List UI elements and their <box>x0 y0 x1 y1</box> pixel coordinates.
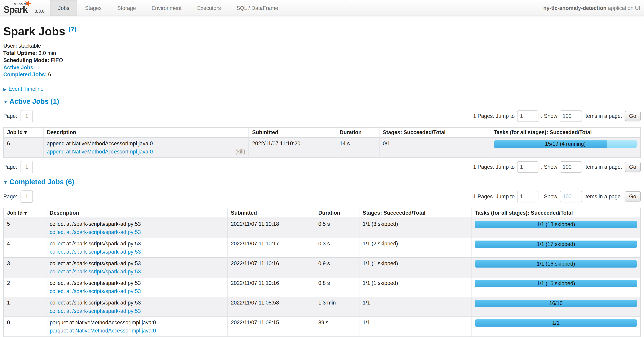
job-description-text: parquet at NativeMethodAccessorImpl.java… <box>50 319 224 325</box>
job-description-text: collect at /spark-scripts/spark-ad.py:53 <box>50 241 224 247</box>
jump-to-page-input[interactable] <box>517 110 538 122</box>
column-header[interactable]: Stages: Succeeded/Total <box>359 208 471 218</box>
job-description-cell: parquet at NativeMethodAccessorImpl.java… <box>46 317 227 336</box>
active-jobs-section-header[interactable]: ▼Active Jobs (1) <box>3 98 641 106</box>
job-duration-cell: 1.3 min <box>315 297 359 317</box>
job-stages-cell: 1/1 (3 skipped) <box>359 218 471 238</box>
progress-label: 16/16 <box>475 300 637 307</box>
page-title: Spark Jobs (?) <box>3 22 641 38</box>
job-row: 3collect at /spark-scripts/spark-ad.py:5… <box>4 258 640 277</box>
task-progress-bar: 1/1 (17 skipped) <box>475 241 637 248</box>
column-header[interactable]: Duration <box>336 127 379 137</box>
jump-to-page-input[interactable] <box>517 191 538 202</box>
job-submitted-cell: 2022/11/07 11:10:18 <box>227 218 315 238</box>
progress-label: 1/1 (18 skipped) <box>475 221 637 228</box>
job-stages-cell: 1/1 (1 skipped) <box>359 277 471 297</box>
summary-uptime-value: 3.0 min <box>38 50 56 56</box>
job-row: 2collect at /spark-scripts/spark-ad.py:5… <box>4 277 640 297</box>
pagination-row: Page: 1 Pages. Jump to . Show items in a… <box>3 161 641 173</box>
task-progress-bar: 16/16 <box>475 300 637 307</box>
tab-jobs[interactable]: Jobs <box>50 0 77 16</box>
help-link[interactable]: (?) <box>68 25 76 32</box>
go-button[interactable]: Go <box>624 111 641 121</box>
progress-label: 1/1 (16 skipped) <box>475 280 637 288</box>
completed-jobs-section-header[interactable]: ▼Completed Jobs (6) <box>3 178 641 186</box>
go-button[interactable]: Go <box>624 162 641 172</box>
event-timeline-label: Event Timeline <box>8 86 44 92</box>
job-submitted-cell: 2022/11/07 11:08:58 <box>227 297 315 317</box>
progress-label: 1/1 <box>475 319 637 327</box>
task-progress-bar: 1/1 <box>475 319 637 327</box>
job-row: 6append at NativeMethodAccessorImpl.java… <box>4 137 640 157</box>
job-duration-cell: 39 s <box>315 317 359 336</box>
job-submitted-cell: 2022/11/07 11:10:16 <box>227 258 315 277</box>
summary-completed-jobs-value: 6 <box>48 72 51 78</box>
show-text: . Show <box>541 113 558 119</box>
column-header[interactable]: Tasks (for all stages): Succeeded/Total <box>471 208 640 218</box>
main-content: Spark Jobs (?) User: stackable Total Upt… <box>0 22 644 337</box>
pages-jump-text: 1 Pages. Jump to <box>473 113 514 119</box>
spark-jobs-page: APACHE Spark ★ 3.3.0 Jobs Stages Storage… <box>0 0 644 337</box>
column-header[interactable]: Description <box>43 127 249 137</box>
job-tasks-cell: 16/16 <box>471 297 640 317</box>
summary-user-value: stackable <box>18 43 41 49</box>
page-number-input[interactable] <box>20 110 33 122</box>
job-description-link[interactable]: collect at /spark-scripts/spark-ad.py:53 <box>50 268 141 275</box>
tab-stages[interactable]: Stages <box>77 0 110 16</box>
page-title-text: Spark Jobs <box>3 25 65 38</box>
job-id-cell: 6 <box>4 137 43 157</box>
column-header[interactable]: Job Id ▾ <box>4 208 46 218</box>
job-description-cell: collect at /spark-scripts/spark-ad.py:53… <box>46 277 227 297</box>
job-submitted-cell: 2022/11/07 11:10:20 <box>249 137 336 157</box>
column-header[interactable]: Description <box>46 208 227 218</box>
column-header[interactable]: Stages: Succeeded/Total <box>379 127 490 137</box>
column-header[interactable]: Submitted <box>227 208 315 218</box>
event-timeline-toggle[interactable]: ▶Event Timeline <box>3 86 641 92</box>
page-label: Page: <box>3 193 17 200</box>
job-description-link[interactable]: parquet at NativeMethodAccessorImpl.java… <box>50 328 156 334</box>
page-number-input[interactable] <box>20 191 33 203</box>
nav-tabs: Jobs Stages Storage Environment Executor… <box>50 0 286 16</box>
active-jobs-link[interactable]: Active Jobs: <box>3 64 35 70</box>
job-stages-cell: 1/1 <box>359 317 471 336</box>
items-per-page-input[interactable] <box>560 161 582 173</box>
tab-environment[interactable]: Environment <box>144 0 189 16</box>
summary-uptime: Total Uptime: 3.0 min <box>3 49 641 57</box>
completed-jobs-link[interactable]: Completed Jobs: <box>3 72 46 78</box>
job-tasks-cell: 1/1 (16 skipped) <box>471 277 640 297</box>
summary-scheduling-label: Scheduling Mode: <box>3 57 49 63</box>
job-description-link[interactable]: collect at /spark-scripts/spark-ad.py:53 <box>50 288 141 294</box>
task-progress-bar: 1/1 (16 skipped) <box>475 280 637 288</box>
collapse-arrow-down-icon: ▼ <box>3 180 8 185</box>
job-tasks-cell: 1/1 <box>471 317 640 336</box>
pagination-row: Page: 1 Pages. Jump to . Show items in a… <box>3 110 641 122</box>
items-per-page-input[interactable] <box>560 191 582 202</box>
jump-to-page-input[interactable] <box>517 161 538 173</box>
job-description-link[interactable]: collect at /spark-scripts/spark-ad.py:53 <box>50 229 141 235</box>
column-header[interactable]: Job Id ▾ <box>4 127 43 137</box>
task-progress-bar: 1/1 (16 skipped) <box>475 260 637 268</box>
go-button[interactable]: Go <box>624 192 641 202</box>
column-header[interactable]: Submitted <box>249 127 336 137</box>
tab-executors[interactable]: Executors <box>190 0 229 16</box>
column-header[interactable]: Tasks (for all stages): Succeeded/Total <box>490 127 640 137</box>
job-description-cell: collect at /spark-scripts/spark-ad.py:53… <box>46 218 227 238</box>
items-per-page-input[interactable] <box>560 110 582 122</box>
collapse-arrow-down-icon: ▼ <box>3 99 8 104</box>
job-description-link[interactable]: collect at /spark-scripts/spark-ad.py:53 <box>50 249 141 255</box>
job-description-link[interactable]: collect at /spark-scripts/spark-ad.py:53 <box>50 308 141 314</box>
summary-active-jobs-value: 1 <box>36 64 40 70</box>
job-id-cell: 4 <box>4 238 46 257</box>
column-header[interactable]: Duration <box>315 208 359 218</box>
job-description-link[interactable]: append at NativeMethodAccessorImpl.java:… <box>47 149 153 155</box>
page-number-input[interactable] <box>20 161 33 173</box>
task-progress-bar: 1/1 (18 skipped) <box>475 221 637 228</box>
job-tasks-cell: 1/1 (18 skipped) <box>471 218 640 238</box>
tab-storage[interactable]: Storage <box>110 0 144 16</box>
progress-label: 15/19 (4 running) <box>494 140 637 148</box>
tab-sql-dataframe[interactable]: SQL / DataFrame <box>229 0 286 16</box>
kill-link[interactable]: (kill) <box>236 149 245 155</box>
job-submitted-cell: 2022/11/07 11:10:16 <box>227 277 315 297</box>
summary-scheduling-mode: Scheduling Mode: FIFO <box>3 57 641 64</box>
job-description-cell: append at NativeMethodAccessorImpl.java:… <box>43 137 249 157</box>
